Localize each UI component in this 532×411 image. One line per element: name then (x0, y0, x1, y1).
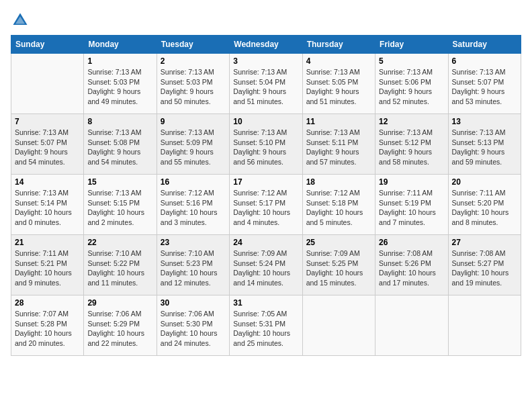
calendar-cell: 10Sunrise: 7:13 AM Sunset: 5:10 PM Dayli… (230, 114, 302, 175)
day-number: 3 (233, 56, 298, 66)
day-number: 18 (306, 177, 371, 187)
calendar-cell: 20Sunrise: 7:11 AM Sunset: 5:20 PM Dayli… (448, 175, 521, 235)
calendar-cell: 15Sunrise: 7:13 AM Sunset: 5:15 PM Dayli… (84, 175, 157, 235)
day-info: Sunrise: 7:07 AM Sunset: 5:28 PM Dayligh… (15, 309, 80, 349)
calendar-week-row: 28Sunrise: 7:07 AM Sunset: 5:28 PM Dayli… (11, 295, 521, 356)
calendar-cell: 2Sunrise: 7:13 AM Sunset: 5:03 PM Daylig… (157, 54, 229, 114)
day-number: 5 (379, 56, 444, 66)
day-info: Sunrise: 7:13 AM Sunset: 5:15 PM Dayligh… (87, 188, 152, 228)
calendar-cell: 23Sunrise: 7:10 AM Sunset: 5:23 PM Dayli… (157, 235, 229, 295)
day-number: 17 (233, 177, 298, 187)
col-header-sunday: Sunday (11, 36, 84, 54)
day-info: Sunrise: 7:13 AM Sunset: 5:12 PM Dayligh… (379, 128, 444, 167)
day-info: Sunrise: 7:12 AM Sunset: 5:17 PM Dayligh… (233, 188, 298, 228)
day-info: Sunrise: 7:13 AM Sunset: 5:03 PM Dayligh… (87, 67, 152, 107)
calendar-cell: 9Sunrise: 7:13 AM Sunset: 5:09 PM Daylig… (157, 114, 229, 175)
day-info: Sunrise: 7:09 AM Sunset: 5:25 PM Dayligh… (306, 248, 371, 288)
calendar-cell (448, 295, 521, 356)
day-number: 7 (15, 117, 80, 126)
calendar-week-row: 7Sunrise: 7:13 AM Sunset: 5:07 PM Daylig… (11, 114, 521, 175)
day-info: Sunrise: 7:11 AM Sunset: 5:21 PM Dayligh… (15, 248, 80, 288)
day-info: Sunrise: 7:13 AM Sunset: 5:10 PM Dayligh… (233, 128, 298, 167)
day-info: Sunrise: 7:12 AM Sunset: 5:16 PM Dayligh… (161, 188, 226, 228)
col-header-monday: Monday (84, 36, 157, 54)
day-number: 6 (452, 56, 517, 66)
col-header-tuesday: Tuesday (157, 36, 229, 54)
day-info: Sunrise: 7:05 AM Sunset: 5:31 PM Dayligh… (233, 309, 298, 349)
calendar-cell: 19Sunrise: 7:11 AM Sunset: 5:19 PM Dayli… (375, 175, 448, 235)
day-number: 12 (379, 117, 444, 126)
day-number: 15 (87, 177, 152, 187)
day-number: 8 (87, 117, 152, 126)
day-info: Sunrise: 7:13 AM Sunset: 5:05 PM Dayligh… (306, 67, 371, 107)
calendar-cell: 11Sunrise: 7:13 AM Sunset: 5:11 PM Dayli… (302, 114, 375, 175)
day-info: Sunrise: 7:08 AM Sunset: 5:27 PM Dayligh… (452, 248, 517, 288)
calendar-cell: 30Sunrise: 7:06 AM Sunset: 5:30 PM Dayli… (157, 295, 229, 356)
calendar-cell: 12Sunrise: 7:13 AM Sunset: 5:12 PM Dayli… (375, 114, 448, 175)
day-info: Sunrise: 7:13 AM Sunset: 5:06 PM Dayligh… (379, 67, 444, 107)
calendar-cell: 4Sunrise: 7:13 AM Sunset: 5:05 PM Daylig… (302, 54, 375, 114)
day-info: Sunrise: 7:06 AM Sunset: 5:29 PM Dayligh… (87, 309, 152, 349)
calendar-cell: 1Sunrise: 7:13 AM Sunset: 5:03 PM Daylig… (84, 54, 157, 114)
day-info: Sunrise: 7:13 AM Sunset: 5:07 PM Dayligh… (15, 128, 80, 167)
col-header-friday: Friday (375, 36, 448, 54)
day-info: Sunrise: 7:11 AM Sunset: 5:19 PM Dayligh… (379, 188, 444, 228)
page-header (11, 11, 521, 30)
calendar-header-row: SundayMondayTuesdayWednesdayThursdayFrid… (11, 36, 521, 54)
calendar-cell: 28Sunrise: 7:07 AM Sunset: 5:28 PM Dayli… (11, 295, 84, 356)
calendar-cell: 25Sunrise: 7:09 AM Sunset: 5:25 PM Dayli… (302, 235, 375, 295)
calendar-cell (375, 295, 448, 356)
day-number: 14 (15, 177, 80, 187)
day-number: 25 (306, 238, 371, 247)
day-number: 1 (87, 56, 152, 66)
day-number: 27 (452, 238, 517, 247)
day-info: Sunrise: 7:10 AM Sunset: 5:22 PM Dayligh… (87, 248, 152, 288)
day-number: 16 (161, 177, 226, 187)
calendar-cell: 17Sunrise: 7:12 AM Sunset: 5:17 PM Dayli… (230, 175, 302, 235)
calendar-cell (302, 295, 375, 356)
day-number: 23 (161, 238, 226, 247)
calendar-cell: 31Sunrise: 7:05 AM Sunset: 5:31 PM Dayli… (230, 295, 302, 356)
day-info: Sunrise: 7:10 AM Sunset: 5:23 PM Dayligh… (161, 248, 226, 288)
calendar-cell: 29Sunrise: 7:06 AM Sunset: 5:29 PM Dayli… (84, 295, 157, 356)
calendar-table: SundayMondayTuesdayWednesdayThursdayFrid… (11, 35, 521, 356)
calendar-cell: 21Sunrise: 7:11 AM Sunset: 5:21 PM Dayli… (11, 235, 84, 295)
calendar-cell: 27Sunrise: 7:08 AM Sunset: 5:27 PM Dayli… (448, 235, 521, 295)
calendar-cell: 7Sunrise: 7:13 AM Sunset: 5:07 PM Daylig… (11, 114, 84, 175)
day-info: Sunrise: 7:13 AM Sunset: 5:08 PM Dayligh… (87, 128, 152, 167)
calendar-week-row: 1Sunrise: 7:13 AM Sunset: 5:03 PM Daylig… (11, 54, 521, 114)
day-number: 19 (379, 177, 444, 187)
day-number: 28 (15, 298, 80, 308)
day-info: Sunrise: 7:09 AM Sunset: 5:24 PM Dayligh… (233, 248, 298, 288)
day-info: Sunrise: 7:13 AM Sunset: 5:11 PM Dayligh… (306, 128, 371, 167)
day-number: 4 (306, 56, 371, 66)
calendar-cell: 22Sunrise: 7:10 AM Sunset: 5:22 PM Dayli… (84, 235, 157, 295)
day-number: 9 (161, 117, 226, 126)
day-number: 11 (306, 117, 371, 126)
calendar-cell: 3Sunrise: 7:13 AM Sunset: 5:04 PM Daylig… (230, 54, 302, 114)
day-info: Sunrise: 7:13 AM Sunset: 5:13 PM Dayligh… (452, 128, 517, 167)
day-number: 2 (161, 56, 226, 66)
day-number: 24 (233, 238, 298, 247)
day-info: Sunrise: 7:13 AM Sunset: 5:14 PM Dayligh… (15, 188, 80, 228)
day-info: Sunrise: 7:13 AM Sunset: 5:03 PM Dayligh… (161, 67, 226, 107)
day-info: Sunrise: 7:06 AM Sunset: 5:30 PM Dayligh… (161, 309, 226, 349)
calendar-cell: 18Sunrise: 7:12 AM Sunset: 5:18 PM Dayli… (302, 175, 375, 235)
calendar-week-row: 21Sunrise: 7:11 AM Sunset: 5:21 PM Dayli… (11, 235, 521, 295)
day-number: 29 (87, 298, 152, 308)
calendar-cell: 14Sunrise: 7:13 AM Sunset: 5:14 PM Dayli… (11, 175, 84, 235)
calendar-cell: 24Sunrise: 7:09 AM Sunset: 5:24 PM Dayli… (230, 235, 302, 295)
calendar-cell: 13Sunrise: 7:13 AM Sunset: 5:13 PM Dayli… (448, 114, 521, 175)
calendar-cell: 8Sunrise: 7:13 AM Sunset: 5:08 PM Daylig… (84, 114, 157, 175)
day-number: 21 (15, 238, 80, 247)
day-info: Sunrise: 7:13 AM Sunset: 5:07 PM Dayligh… (452, 67, 517, 107)
col-header-wednesday: Wednesday (230, 36, 302, 54)
day-number: 31 (233, 298, 298, 308)
calendar-cell: 26Sunrise: 7:08 AM Sunset: 5:26 PM Dayli… (375, 235, 448, 295)
calendar-cell: 6Sunrise: 7:13 AM Sunset: 5:07 PM Daylig… (448, 54, 521, 114)
calendar-cell: 16Sunrise: 7:12 AM Sunset: 5:16 PM Dayli… (157, 175, 229, 235)
calendar-cell (11, 54, 84, 114)
day-info: Sunrise: 7:13 AM Sunset: 5:04 PM Dayligh… (233, 67, 298, 107)
calendar-week-row: 14Sunrise: 7:13 AM Sunset: 5:14 PM Dayli… (11, 175, 521, 235)
day-info: Sunrise: 7:11 AM Sunset: 5:20 PM Dayligh… (452, 188, 517, 228)
